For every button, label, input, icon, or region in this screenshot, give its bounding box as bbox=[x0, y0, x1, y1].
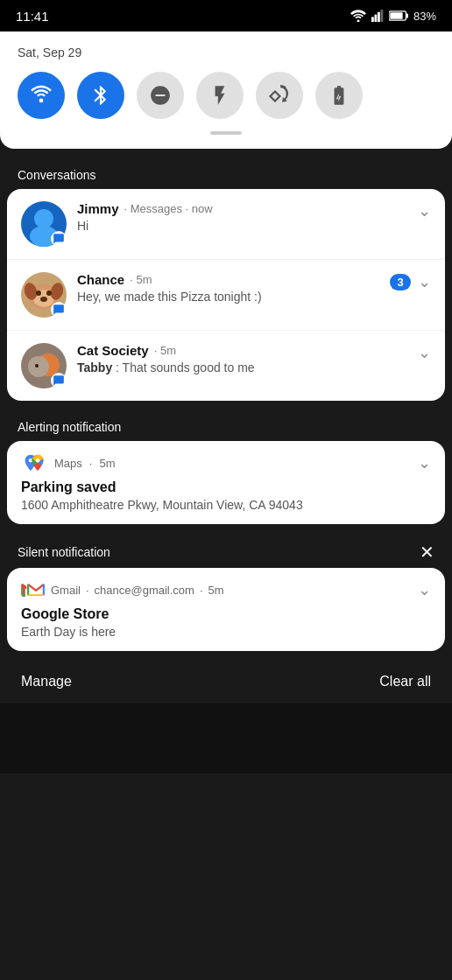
silent-close-icon[interactable]: ✕ bbox=[420, 543, 434, 561]
gmail-app-row: Gmail · chance@gmail.com · 5m ⌄ bbox=[21, 580, 431, 599]
cat-society-message-text: : That sounds good to me bbox=[116, 360, 255, 374]
maps-expand-icon[interactable]: ⌄ bbox=[418, 453, 431, 472]
gmail-email: chance@gmail.com bbox=[95, 584, 194, 597]
scroll-indicator bbox=[210, 131, 242, 135]
jimmy-expand-icon[interactable]: ⌄ bbox=[418, 201, 431, 220]
gmail-notif-body: Earth Day is here bbox=[21, 625, 431, 639]
dnd-toggle[interactable] bbox=[137, 72, 184, 119]
svg-rect-7 bbox=[390, 12, 402, 19]
chance-expand-icon[interactable]: ⌄ bbox=[418, 272, 431, 291]
conversation-jimmy: Jimmy · Messages · now Hi ⌄ bbox=[7, 189, 445, 260]
chance-app-badge bbox=[51, 302, 67, 318]
chance-actions: 3 ⌄ bbox=[390, 272, 431, 291]
maps-app-name: Maps bbox=[54, 457, 82, 470]
svg-point-29 bbox=[36, 458, 40, 463]
cat-society-message: Tabby : That sounds good to me bbox=[77, 360, 411, 374]
rotate-toggle[interactable] bbox=[256, 72, 303, 119]
alerting-card: Maps · 5m ⌄ Parking saved 1600 Amphithea… bbox=[7, 441, 445, 524]
conversation-chance: Chance · 5m Hey, we made this Pizza toni… bbox=[7, 260, 445, 331]
clear-all-button[interactable]: Clear all bbox=[379, 674, 431, 690]
gmail-dot2: · bbox=[200, 584, 203, 597]
quick-toggles bbox=[18, 72, 434, 119]
chance-meta: · 5m bbox=[130, 273, 152, 286]
maps-dot-sep: · bbox=[89, 457, 93, 470]
cat-society-meta: · 5m bbox=[154, 344, 176, 357]
battery-percent: 83% bbox=[413, 10, 436, 23]
bluetooth-toggle[interactable] bbox=[77, 72, 124, 119]
cat-society-expand-icon[interactable]: ⌄ bbox=[418, 343, 431, 362]
maps-pin-icon bbox=[28, 453, 47, 472]
conversation-cat-society: Cat Society · 5m Tabby : That sounds goo… bbox=[7, 331, 445, 401]
wifi-toggle[interactable] bbox=[18, 72, 65, 119]
battery-status-icon bbox=[389, 10, 408, 21]
svg-point-19 bbox=[40, 297, 47, 302]
flashlight-toggle[interactable] bbox=[196, 72, 244, 119]
jimmy-message: Hi bbox=[77, 219, 411, 233]
cat-society-prefix: Tabby bbox=[77, 360, 112, 374]
svg-rect-4 bbox=[380, 10, 383, 22]
maps-app-time: 5m bbox=[99, 457, 115, 470]
chance-content: Chance · 5m Hey, we made this Pizza toni… bbox=[77, 272, 383, 304]
jimmy-meta: · Messages · now bbox=[124, 202, 213, 215]
quick-date: Sat, Sep 29 bbox=[18, 46, 434, 60]
chance-sender: Chance bbox=[77, 272, 124, 287]
chance-avatar-wrap bbox=[21, 272, 67, 318]
alerting-header: Alerting notification bbox=[0, 410, 452, 441]
conversations-title: Conversations bbox=[18, 168, 96, 182]
gmail-time: 5m bbox=[208, 584, 224, 597]
maps-app-info: Maps · 5m bbox=[21, 453, 115, 472]
svg-point-28 bbox=[35, 364, 39, 368]
cat-society-content: Cat Society · 5m Tabby : That sounds goo… bbox=[77, 343, 411, 374]
alerting-title: Alerting notification bbox=[18, 420, 121, 434]
maps-app-row: Maps · 5m ⌄ bbox=[21, 453, 431, 472]
signal-status-icon bbox=[371, 10, 384, 22]
cat-society-header-row: Cat Society · 5m bbox=[77, 343, 411, 358]
silent-card: Gmail · chance@gmail.com · 5m ⌄ Google S… bbox=[7, 568, 445, 651]
chance-message: Hey, we made this Pizza tonight :) bbox=[77, 290, 383, 304]
gmail-notif-title: Google Store bbox=[21, 606, 431, 622]
cat-society-app-badge bbox=[51, 373, 67, 388]
conversations-header: Conversations bbox=[0, 158, 452, 189]
jimmy-avatar-wrap bbox=[21, 201, 67, 247]
cat-society-sender: Cat Society bbox=[77, 343, 149, 358]
dark-bottom-area bbox=[0, 704, 452, 774]
svg-rect-6 bbox=[406, 13, 408, 18]
maps-notification: Maps · 5m ⌄ Parking saved 1600 Amphithea… bbox=[7, 441, 445, 524]
jimmy-actions: ⌄ bbox=[418, 201, 431, 220]
gmail-app-name: Gmail bbox=[51, 584, 81, 597]
svg-point-18 bbox=[46, 290, 52, 296]
gmail-notification: Gmail · chance@gmail.com · 5m ⌄ Google S… bbox=[7, 568, 445, 651]
status-bar: 11:41 83% bbox=[0, 0, 452, 32]
quick-settings-panel: Sat, Sep 29 bbox=[0, 32, 452, 149]
silent-title: Silent notification bbox=[18, 545, 110, 559]
gmail-app-info: Gmail · chance@gmail.com · 5m bbox=[21, 583, 224, 597]
bottom-bar: Manage Clear all bbox=[0, 660, 452, 704]
conversations-card: Jimmy · Messages · now Hi ⌄ bbox=[7, 189, 445, 401]
status-icons: 83% bbox=[350, 10, 436, 23]
gmail-expand-icon[interactable]: ⌄ bbox=[418, 580, 431, 599]
jimmy-header-row: Jimmy · Messages · now bbox=[77, 201, 411, 216]
chance-badge: 3 bbox=[390, 274, 411, 290]
svg-point-0 bbox=[357, 20, 359, 23]
gmail-m-icon bbox=[26, 583, 46, 597]
svg-point-17 bbox=[36, 290, 41, 296]
svg-rect-3 bbox=[378, 12, 380, 22]
maps-notif-body: 1600 Amphitheatre Pkwy, Mountain View, C… bbox=[21, 498, 431, 512]
cat-society-actions: ⌄ bbox=[418, 343, 431, 362]
chance-header-row: Chance · 5m bbox=[77, 272, 383, 287]
svg-rect-2 bbox=[374, 15, 377, 22]
cat-society-avatar-wrap bbox=[21, 343, 67, 388]
jimmy-content: Jimmy · Messages · now Hi bbox=[77, 201, 411, 233]
silent-header: Silent notification ✕ bbox=[0, 533, 452, 568]
svg-rect-1 bbox=[371, 17, 374, 22]
jimmy-app-badge bbox=[51, 231, 67, 247]
svg-point-8 bbox=[39, 99, 44, 103]
wifi-status-icon bbox=[350, 10, 366, 22]
svg-point-10 bbox=[34, 209, 53, 228]
maps-notif-title: Parking saved bbox=[21, 480, 431, 495]
status-time: 11:41 bbox=[16, 9, 49, 24]
manage-button[interactable]: Manage bbox=[21, 674, 72, 690]
jimmy-sender: Jimmy bbox=[77, 201, 119, 216]
battery-saver-toggle[interactable] bbox=[315, 72, 363, 119]
gmail-dot1: · bbox=[86, 584, 89, 597]
